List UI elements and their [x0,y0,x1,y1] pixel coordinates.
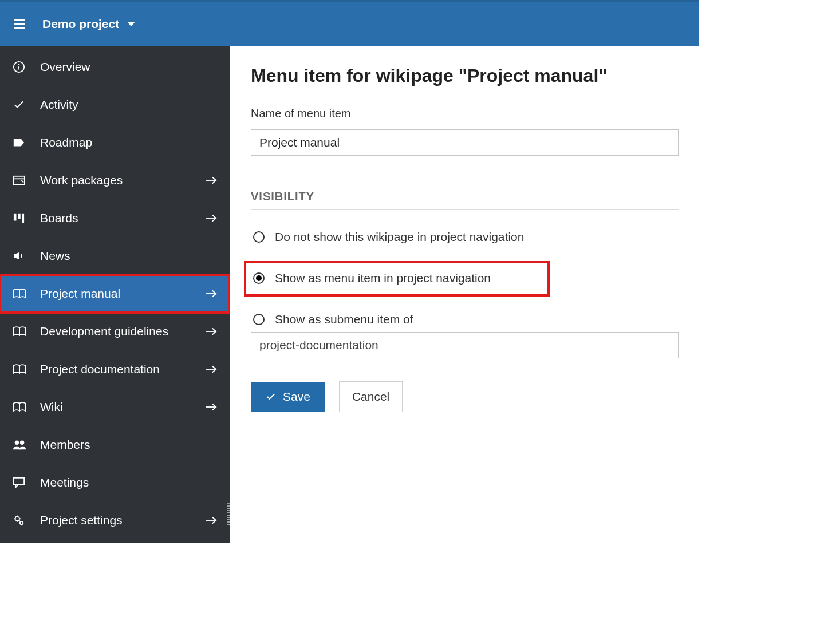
megaphone-icon [13,250,40,262]
svg-point-15 [20,441,24,445]
sidebar-item-project-settings[interactable]: Project settings [0,501,230,539]
project-name: Demo project [42,17,119,31]
submenu-parent-select[interactable] [251,332,679,358]
sidebar-item-label: Roadmap [40,136,218,149]
sidebar-item-news[interactable]: News [0,237,230,275]
svg-point-14 [15,441,19,445]
svg-point-2 [18,64,19,65]
radio-label: Show as menu item in project navigation [275,271,491,285]
sidebar-item-project-documentation[interactable]: Project documentation [0,350,230,388]
main-content: Menu item for wikipage "Project manual" … [230,46,699,543]
arrow-right-icon [205,326,218,337]
radio-label: Show as submenu item of [275,313,413,326]
cancel-button[interactable]: Cancel [339,381,403,412]
sidebar-item-label: Project documentation [40,362,205,376]
sidebar-item-label: Project manual [40,287,205,301]
book-icon [13,288,40,299]
divider [251,209,679,210]
arrow-right-icon [205,289,218,299]
visibility-option-submenu[interactable]: Show as submenu item of [251,309,679,330]
name-label: Name of menu item [251,107,679,120]
radio-icon[interactable] [253,314,265,325]
sidebar-item-overview[interactable]: Overview [0,48,230,86]
sidebar-item-label: Wiki [40,400,205,414]
gears-icon [13,514,40,527]
sidebar-item-label: Project settings [40,513,205,527]
arrow-right-icon [205,364,218,374]
sidebar-item-work-packages[interactable]: Work packages [0,161,230,199]
sidebar-item-boards[interactable]: Boards [0,199,230,237]
svg-rect-7 [18,214,21,219]
menu-toggle[interactable] [14,19,25,29]
sidebar-item-label: Overview [40,60,218,74]
app-header: Demo project [0,2,699,46]
sidebar-item-label: News [40,249,218,263]
book-icon [13,326,40,337]
boards-icon [13,212,40,224]
arrow-right-icon [205,402,218,412]
radio-label: Do not show this wikipage in project nav… [275,230,524,244]
visibility-heading: VISIBILITY [251,190,679,203]
sidebar-item-label: Activity [40,98,218,112]
check-icon [266,392,276,402]
sidebar-item-members[interactable]: Members [0,426,230,464]
sidebar-item-wiki[interactable]: Wiki [0,388,230,426]
radio-icon[interactable] [253,272,265,284]
sidebar: OverviewActivityRoadmapWork packagesBoar… [0,46,230,543]
sidebar-item-label: Development guidelines [40,325,205,338]
book-icon [13,364,40,375]
arrow-right-icon [205,213,218,223]
menu-item-name-input[interactable] [251,129,679,156]
svg-rect-6 [14,214,17,221]
svg-rect-16 [14,478,24,485]
book-icon [13,401,40,413]
sidebar-item-label: Meetings [40,476,218,489]
svg-rect-3 [13,176,25,184]
members-icon [13,439,40,451]
sidebar-item-project-manual[interactable]: Project manual [0,275,230,313]
sidebar-item-development-guidelines[interactable]: Development guidelines [0,313,230,350]
sidebar-item-label: Work packages [40,173,205,187]
arrow-right-icon [205,175,218,185]
sidebar-item-label: Boards [40,211,205,225]
caret-down-icon [127,22,135,26]
sidebar-item-roadmap[interactable]: Roadmap [0,124,230,161]
svg-point-18 [20,521,23,525]
visibility-option-menu-item[interactable]: Show as menu item in project navigation [251,268,542,289]
info-icon [13,61,40,73]
page-title: Menu item for wikipage "Project manual" [251,65,679,86]
visibility-option-hide[interactable]: Do not show this wikipage in project nav… [251,227,679,247]
arrow-right-icon [205,515,218,526]
svg-rect-8 [22,214,24,223]
sidebar-item-label: Members [40,438,218,452]
chat-icon [13,477,40,488]
panel-icon [13,175,40,185]
tag-icon [13,137,40,148]
sidebar-item-meetings[interactable]: Meetings [0,464,230,501]
save-button[interactable]: Save [251,382,325,412]
save-label: Save [283,390,310,404]
radio-icon[interactable] [253,231,265,243]
check-icon [13,98,40,111]
project-selector[interactable]: Demo project [42,17,135,31]
sidebar-item-activity[interactable]: Activity [0,86,230,124]
sidebar-resize-handle[interactable] [227,503,230,526]
